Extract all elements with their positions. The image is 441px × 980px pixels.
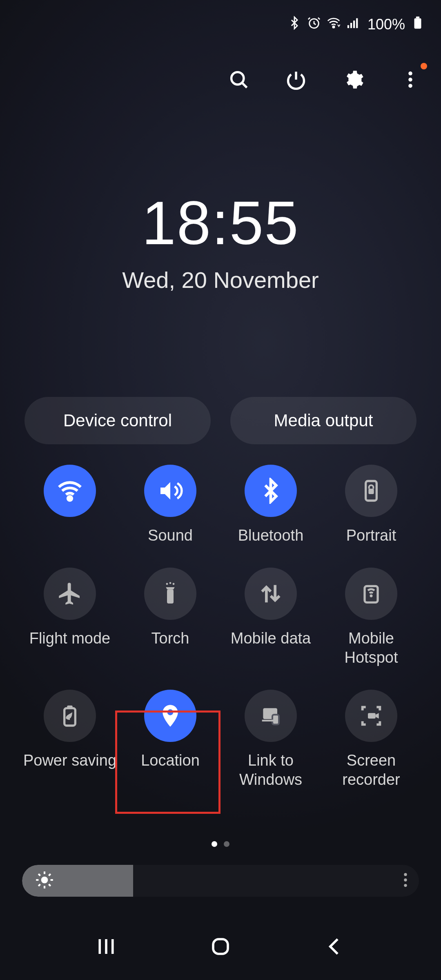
tile-label: Link to Windows	[224, 751, 318, 790]
alarm-status-icon	[307, 16, 321, 33]
tile-power-saving[interactable]: Power saving	[20, 690, 120, 790]
clock-time: 18:55	[0, 188, 441, 258]
recents-button[interactable]	[95, 935, 117, 959]
tile-label: Mobile Hotspot	[324, 629, 418, 668]
svg-line-35	[38, 884, 40, 886]
hotspot-icon	[345, 568, 397, 620]
settings-button[interactable]	[339, 65, 368, 94]
svg-rect-15	[368, 489, 374, 494]
wifi-icon	[44, 465, 96, 517]
brightness-fill	[22, 865, 133, 897]
svg-rect-25	[272, 715, 279, 724]
svg-rect-26	[262, 719, 275, 721]
tile-label: Mobile data	[231, 629, 311, 648]
battery-leaf-icon	[44, 690, 96, 742]
quick-settings-grid: Sound Bluetooth Portrait Flight mode Tor	[20, 465, 421, 790]
svg-point-38	[404, 878, 407, 881]
svg-point-12	[408, 84, 412, 88]
brightness-more-button[interactable]	[403, 872, 408, 890]
navigation-bar	[0, 927, 441, 968]
battery-percentage: 100%	[368, 16, 405, 33]
windows-link-icon	[245, 690, 297, 742]
svg-point-21	[370, 594, 373, 597]
svg-line-34	[49, 884, 50, 886]
tile-mobile-data[interactable]: Mobile data	[220, 568, 321, 668]
record-frame-icon	[345, 690, 397, 742]
svg-rect-7	[416, 16, 420, 18]
tile-mobile-hotspot[interactable]: Mobile Hotspot	[321, 568, 421, 668]
tile-link-to-windows[interactable]: Link to Windows	[220, 690, 321, 790]
pagination-dots[interactable]	[0, 841, 441, 847]
tile-label: Location	[141, 751, 200, 771]
header-actions	[225, 65, 425, 94]
tile-label: Power saving	[23, 751, 116, 771]
lock-rotation-icon	[345, 465, 397, 517]
notification-dot-icon	[421, 63, 427, 69]
tile-sound[interactable]: Sound	[120, 465, 220, 546]
svg-point-13	[68, 497, 72, 501]
tile-label: Torch	[151, 629, 189, 648]
brightness-slider[interactable]	[22, 865, 419, 897]
airplane-icon	[44, 568, 96, 620]
more-button[interactable]	[396, 65, 425, 94]
svg-point-1	[333, 26, 334, 27]
shortcut-pills: Device control Media output	[24, 397, 416, 444]
svg-rect-5	[356, 18, 358, 28]
tile-wifi[interactable]	[20, 465, 120, 546]
svg-rect-43	[213, 939, 228, 954]
tile-location[interactable]: Location	[120, 690, 220, 790]
wifi-status-icon	[327, 16, 341, 33]
page-dot	[224, 841, 229, 847]
device-control-button[interactable]: Device control	[24, 397, 211, 444]
tile-label: Flight mode	[29, 629, 111, 648]
tile-label: Sound	[148, 526, 193, 546]
svg-point-37	[404, 873, 407, 876]
svg-rect-23	[67, 705, 72, 708]
page-dot	[212, 841, 217, 847]
volume-icon	[144, 465, 196, 517]
clock-date: Wed, 20 November	[0, 267, 441, 293]
power-button[interactable]	[282, 65, 310, 94]
signal-status-icon	[346, 16, 360, 33]
bluetooth-status-icon	[287, 16, 301, 33]
status-bar: 100%	[0, 0, 441, 49]
svg-point-10	[408, 71, 412, 76]
tile-screen-recorder[interactable]: Screen recorder	[321, 690, 421, 790]
back-button[interactable]	[324, 935, 346, 959]
tile-label: Portrait	[346, 526, 396, 546]
svg-point-8	[232, 72, 244, 85]
clock: 18:55 Wed, 20 November	[0, 188, 441, 293]
svg-rect-4	[353, 20, 355, 28]
tile-rotation[interactable]: Portrait	[321, 465, 421, 546]
pin-icon	[144, 690, 196, 742]
svg-point-39	[404, 884, 407, 887]
svg-rect-16	[167, 589, 174, 604]
svg-line-33	[38, 874, 40, 875]
svg-point-11	[408, 78, 412, 82]
svg-rect-3	[350, 23, 352, 28]
svg-point-18	[169, 582, 172, 584]
svg-line-36	[49, 874, 50, 875]
svg-rect-2	[347, 25, 349, 28]
search-button[interactable]	[225, 65, 253, 94]
tile-torch[interactable]: Torch	[120, 568, 220, 668]
svg-line-9	[242, 83, 247, 87]
svg-point-19	[173, 583, 175, 585]
tile-label: Screen recorder	[324, 751, 418, 790]
svg-point-17	[166, 583, 168, 585]
battery-status-icon	[411, 16, 425, 33]
tile-bluetooth[interactable]: Bluetooth	[220, 465, 321, 546]
pill-label: Device control	[63, 411, 172, 430]
svg-rect-6	[414, 18, 421, 28]
svg-point-28	[41, 877, 48, 884]
data-arrows-icon	[245, 568, 297, 620]
bluetooth-icon	[245, 465, 297, 517]
flashlight-icon	[144, 568, 196, 620]
svg-rect-27	[368, 713, 376, 718]
sun-icon	[34, 870, 55, 892]
media-output-button[interactable]: Media output	[230, 397, 416, 444]
home-button[interactable]	[209, 935, 232, 959]
tile-label: Bluetooth	[238, 526, 304, 546]
tile-flight-mode[interactable]: Flight mode	[20, 568, 120, 668]
pill-label: Media output	[274, 411, 373, 430]
